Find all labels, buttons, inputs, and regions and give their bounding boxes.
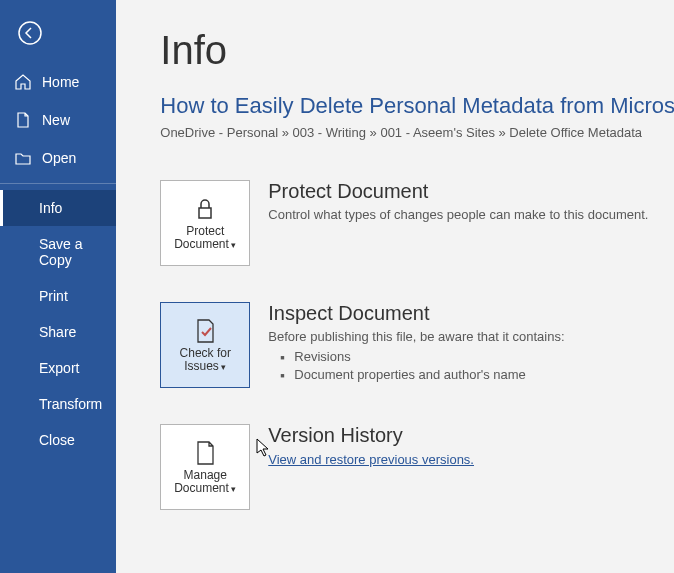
nav-save-copy-label: Save a Copy <box>39 236 102 268</box>
back-button[interactable] <box>12 15 48 51</box>
nav-export[interactable]: Export <box>0 350 116 386</box>
nav-home[interactable]: Home <box>0 63 116 101</box>
issue-item: Revisions <box>268 348 674 366</box>
back-arrow-icon <box>18 21 42 45</box>
nav-share[interactable]: Share <box>0 314 116 350</box>
protect-heading: Protect Document <box>268 180 674 203</box>
open-icon <box>14 149 32 167</box>
nav-transform[interactable]: Transform <box>0 386 116 422</box>
chevron-down-icon: ▾ <box>229 484 237 494</box>
document-title: How to Easily Delete Personal Metadata f… <box>160 93 674 119</box>
protect-desc: Control what types of changes people can… <box>268 207 674 222</box>
check-document-icon <box>191 317 219 345</box>
inspect-desc: Before publishing this file, be aware th… <box>268 329 674 344</box>
inspect-heading: Inspect Document <box>268 302 674 325</box>
nav-save-copy[interactable]: Save a Copy <box>0 226 116 278</box>
inspect-issues-list: Revisions Document properties and author… <box>268 348 674 384</box>
nav-new[interactable]: New <box>0 101 116 139</box>
chevron-down-icon: ▾ <box>219 362 227 372</box>
new-icon <box>14 111 32 129</box>
home-icon <box>14 73 32 91</box>
protect-section: Protect Document ▾ Protect Document Cont… <box>160 180 674 266</box>
check-issues-tile-label: Check for Issues ▾ <box>165 347 245 373</box>
nav-share-label: Share <box>39 324 76 340</box>
version-section: Manage Document ▾ Version History View a… <box>160 424 674 510</box>
protect-tile-label: Protect Document ▾ <box>165 225 245 251</box>
version-history-link[interactable]: View and restore previous versions. <box>268 452 474 467</box>
nav-info[interactable]: Info <box>0 190 116 226</box>
nav-transform-label: Transform <box>39 396 102 412</box>
inspect-section: Check for Issues ▾ Inspect Document Befo… <box>160 302 674 388</box>
svg-rect-1 <box>199 208 211 218</box>
nav-export-label: Export <box>39 360 79 376</box>
backstage-sidebar: Home New Open Info Save a Copy Print Sha… <box>0 0 116 573</box>
version-heading: Version History <box>268 424 674 447</box>
nav-home-label: Home <box>42 74 79 90</box>
nav-separator <box>0 183 116 184</box>
nav-print[interactable]: Print <box>0 278 116 314</box>
nav-info-label: Info <box>39 200 62 216</box>
breadcrumb: OneDrive - Personal » 003 - Writing » 00… <box>160 125 674 140</box>
issue-item: Document properties and author's name <box>268 366 674 384</box>
check-for-issues-tile[interactable]: Check for Issues ▾ <box>160 302 250 388</box>
nav-print-label: Print <box>39 288 68 304</box>
chevron-down-icon: ▾ <box>229 240 237 250</box>
nav-new-label: New <box>42 112 70 128</box>
nav-open-label: Open <box>42 150 76 166</box>
nav-close[interactable]: Close <box>0 422 116 458</box>
document-icon <box>191 439 219 467</box>
protect-document-tile[interactable]: Protect Document ▾ <box>160 180 250 266</box>
manage-document-tile[interactable]: Manage Document ▾ <box>160 424 250 510</box>
manage-doc-tile-label: Manage Document ▾ <box>165 469 245 495</box>
page-title: Info <box>160 28 674 73</box>
nav-open[interactable]: Open <box>0 139 116 177</box>
svg-point-0 <box>19 22 41 44</box>
info-main-panel: Info How to Easily Delete Personal Metad… <box>116 0 674 573</box>
lock-icon <box>191 195 219 223</box>
nav-close-label: Close <box>39 432 75 448</box>
